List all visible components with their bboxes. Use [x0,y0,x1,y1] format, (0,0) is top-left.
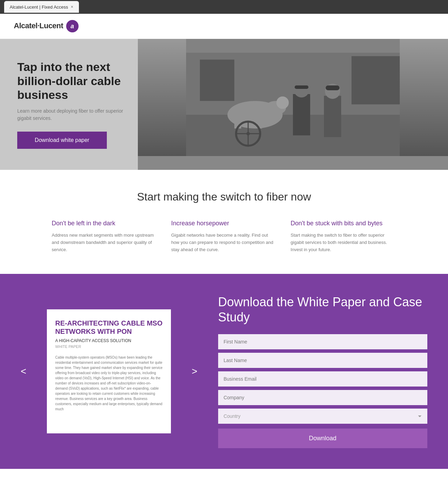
company-field[interactable] [218,390,427,405]
feature-text-1: Address new market segments with more up… [52,232,157,253]
download-button[interactable]: Download [218,429,427,448]
hero-left: Tap into the next billion-dollar cable b… [0,39,138,170]
whitepaper-subtitle: A HIGH-CAPACITY ACCESS SOLUTION [55,338,163,343]
hero-subtitle: Learn more about deploying fiber to offe… [17,107,124,122]
browser-tab[interactable]: Alcatel-Lucent | Fixed Access × [4,1,79,13]
carousel-next-button[interactable]: > [192,366,197,377]
feature-heading-2: Increase horsepower [171,220,277,227]
email-field[interactable] [218,371,427,387]
whitepaper-body: Cable multiple-system operators (MSOs) h… [55,355,163,412]
hero-svg [138,39,448,156]
country-select[interactable]: Country United States United Kingdom Fra… [218,409,427,424]
hero-cta-button[interactable]: Download white paper [17,132,107,149]
last-name-field[interactable] [218,353,427,368]
whitepaper-title: RE-ARCHITECTING CABLE MSO NETWORKS WITH … [55,319,163,336]
feature-text-3: Start making the switch to fiber to offe… [291,232,396,253]
site-header: Alcatel·Lucent a [0,14,448,39]
download-form-title: Download the White Paper and Case Study [218,295,427,324]
hero-image [138,39,448,170]
features-title: Start making the switch to fiber now [14,191,434,203]
first-name-field[interactable] [218,334,427,349]
logo-text: Alcatel·Lucent [14,21,63,30]
download-section: < RE-ARCHITECTING CABLE MSO NETWORKS WIT… [0,274,448,469]
hero-scene [138,39,448,156]
download-form-area: Download the White Paper and Case Study … [218,295,427,448]
feature-heading-3: Don't be stuck with bits and bytes [291,220,396,227]
whitepaper-card: RE-ARCHITECTING CABLE MSO NETWORKS WITH … [47,309,171,433]
tab-title: Alcatel-Lucent | Fixed Access [10,4,68,10]
download-form: Country United States United Kingdom Fra… [218,334,427,448]
logo-icon: a [66,20,79,32]
feature-item-3: Don't be stuck with bits and bytes Start… [291,220,396,253]
features-section: Start making the switch to fiber now Don… [0,170,448,274]
logo[interactable]: Alcatel·Lucent a [14,20,79,32]
feature-text-2: Gigabit networks have become a reality. … [171,232,277,253]
whitepaper-type: WHITE PAPER [55,344,163,349]
feature-heading-1: Don't be left in the dark [52,220,157,227]
tab-close-button[interactable]: × [71,4,73,9]
carousel-prev-button[interactable]: < [21,366,26,377]
hero-title: Tap into the next billion-dollar cable b… [17,60,124,102]
feature-item-1: Don't be left in the dark Address new ma… [52,220,157,253]
svg-rect-20 [186,39,400,156]
browser-chrome: Alcatel-Lucent | Fixed Access × [0,0,448,14]
features-grid: Don't be left in the dark Address new ma… [52,220,396,253]
hero-section: Tap into the next billion-dollar cable b… [0,39,448,170]
feature-item-2: Increase horsepower Gigabit networks hav… [171,220,277,253]
